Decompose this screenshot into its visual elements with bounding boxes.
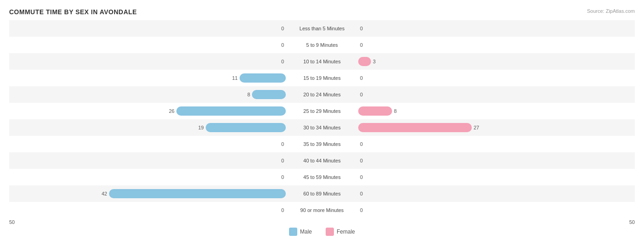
left-bar-wrap: 0 bbox=[9, 23, 287, 33]
table-row: 11 15 to 19 Minutes 0 bbox=[9, 70, 635, 86]
table-row: 0 Less than 5 Minutes 0 bbox=[9, 20, 635, 37]
male-bar bbox=[240, 73, 286, 83]
left-bar-wrap: 0 bbox=[9, 205, 287, 215]
female-value: 0 bbox=[360, 141, 370, 147]
female-value: 0 bbox=[360, 207, 370, 213]
table-row: 42 60 to 89 Minutes 0 bbox=[9, 185, 635, 202]
table-row: 19 30 to 34 Minutes 27 bbox=[9, 119, 635, 136]
chart-title: COMMUTE TIME BY SEX IN AVONDALE bbox=[9, 8, 635, 16]
axis-left: 50 bbox=[9, 219, 15, 225]
male-value: 11 bbox=[228, 75, 238, 81]
left-bar-wrap: 0 bbox=[9, 139, 287, 149]
male-value: 0 bbox=[274, 158, 284, 163]
left-section: 0 bbox=[9, 53, 289, 70]
row-label: 35 to 39 Minutes bbox=[289, 136, 355, 152]
row-label: 20 to 24 Minutes bbox=[289, 86, 355, 103]
female-value: 0 bbox=[360, 158, 370, 163]
male-value: 0 bbox=[274, 141, 284, 147]
female-swatch bbox=[326, 228, 334, 236]
right-section: 0 bbox=[355, 37, 635, 53]
right-section: 0 bbox=[355, 20, 635, 37]
right-section: 0 bbox=[355, 202, 635, 218]
chart-container: COMMUTE TIME BY SEX IN AVONDALE Source: … bbox=[0, 0, 644, 240]
male-value: 8 bbox=[240, 92, 250, 97]
right-bar-wrap: 0 bbox=[357, 139, 635, 149]
right-bar-wrap: 0 bbox=[357, 73, 635, 83]
row-label: 40 to 44 Minutes bbox=[289, 152, 355, 169]
right-section: 27 bbox=[355, 119, 635, 136]
table-row: 0 5 to 9 Minutes 0 bbox=[9, 37, 635, 53]
male-value: 19 bbox=[194, 125, 204, 130]
male-bar bbox=[109, 189, 286, 198]
row-label: 25 to 29 Minutes bbox=[289, 103, 355, 119]
table-row: 0 45 to 59 Minutes 0 bbox=[9, 169, 635, 185]
male-bar bbox=[206, 123, 286, 132]
right-section: 0 bbox=[355, 152, 635, 169]
female-bar bbox=[358, 123, 472, 132]
female-value: 8 bbox=[394, 108, 404, 114]
left-bar-wrap: 26 bbox=[9, 106, 287, 116]
female-value: 0 bbox=[360, 75, 370, 81]
right-section: 0 bbox=[355, 70, 635, 86]
left-bar-wrap: 11 bbox=[9, 73, 287, 83]
male-label: Male bbox=[300, 229, 312, 235]
left-section: 8 bbox=[9, 86, 289, 103]
table-row: 0 35 to 39 Minutes 0 bbox=[9, 136, 635, 152]
female-value: 0 bbox=[360, 26, 370, 31]
row-label: 60 to 89 Minutes bbox=[289, 185, 355, 202]
rows-area: 0 Less than 5 Minutes 0 0 bbox=[9, 20, 635, 218]
axis-labels: 50 50 bbox=[9, 219, 635, 225]
table-row: 0 10 to 14 Minutes 3 bbox=[9, 53, 635, 70]
right-section: 0 bbox=[355, 136, 635, 152]
right-section: 8 bbox=[355, 103, 635, 119]
right-section: 0 bbox=[355, 169, 635, 185]
right-bar-wrap: 0 bbox=[357, 23, 635, 33]
male-value: 42 bbox=[97, 191, 107, 196]
legend-female: Female bbox=[326, 228, 355, 236]
female-value: 0 bbox=[360, 191, 370, 196]
right-bar-wrap: 0 bbox=[357, 40, 635, 50]
left-bar-wrap: 0 bbox=[9, 40, 287, 50]
female-value: 3 bbox=[373, 59, 383, 64]
male-value: 0 bbox=[274, 207, 284, 213]
female-value: 0 bbox=[360, 42, 370, 48]
left-bar-wrap: 42 bbox=[9, 189, 287, 199]
row-label: 15 to 19 Minutes bbox=[289, 70, 355, 86]
female-value: 0 bbox=[360, 174, 370, 180]
right-bar-wrap: 0 bbox=[357, 156, 635, 166]
axis-right: 50 bbox=[629, 219, 635, 225]
right-bar-wrap: 0 bbox=[357, 205, 635, 215]
left-section: 0 bbox=[9, 169, 289, 185]
male-value: 0 bbox=[274, 174, 284, 180]
right-bar-wrap: 0 bbox=[357, 89, 635, 100]
left-section: 19 bbox=[9, 119, 289, 136]
table-row: 26 25 to 29 Minutes 8 bbox=[9, 103, 635, 119]
right-bar-wrap: 0 bbox=[357, 189, 635, 199]
female-value: 0 bbox=[360, 92, 370, 97]
source-label: Source: ZipAtlas.com bbox=[587, 8, 635, 14]
legend-male: Male bbox=[289, 228, 312, 236]
row-label: 90 or more Minutes bbox=[289, 202, 355, 218]
male-value: 0 bbox=[274, 42, 284, 48]
male-value: 0 bbox=[274, 59, 284, 64]
male-value: 0 bbox=[274, 26, 284, 31]
legend: Male Female bbox=[9, 228, 635, 236]
row-label: 5 to 9 Minutes bbox=[289, 37, 355, 53]
table-row: 0 90 or more Minutes 0 bbox=[9, 202, 635, 218]
row-label: 45 to 59 Minutes bbox=[289, 169, 355, 185]
male-swatch bbox=[289, 228, 297, 236]
left-bar-wrap: 19 bbox=[9, 123, 287, 133]
right-bar-wrap: 3 bbox=[357, 56, 635, 67]
left-bar-wrap: 8 bbox=[9, 89, 287, 100]
left-section: 42 bbox=[9, 185, 289, 202]
table-row: 0 40 to 44 Minutes 0 bbox=[9, 152, 635, 169]
left-section: 0 bbox=[9, 37, 289, 53]
right-bar-wrap: 0 bbox=[357, 172, 635, 182]
male-bar bbox=[252, 90, 286, 99]
male-value: 26 bbox=[164, 108, 175, 114]
left-section: 0 bbox=[9, 20, 289, 37]
left-bar-wrap: 0 bbox=[9, 172, 287, 182]
left-section: 0 bbox=[9, 136, 289, 152]
left-bar-wrap: 0 bbox=[9, 56, 287, 67]
left-section: 0 bbox=[9, 152, 289, 169]
